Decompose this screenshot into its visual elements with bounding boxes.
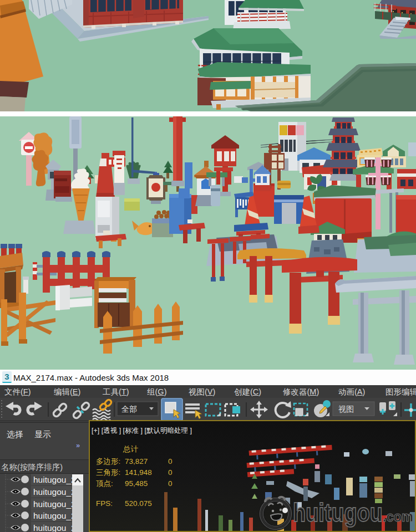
svg-text:[+] [透视 ] [标准 ] [默认明暗处理 ]: [+] [透视 ] [标准 ] [默认明暗处理 ] <box>92 427 192 434</box>
svg-text:总计: 总计 <box>123 445 139 453</box>
svg-text:huitugou: huitugou <box>293 498 383 527</box>
svg-text:141,948: 141,948 <box>125 468 152 477</box>
svg-text:选择: 选择 <box>7 429 23 439</box>
svg-text:显示: 显示 <box>34 429 51 439</box>
svg-text:全部: 全部 <box>121 405 137 413</box>
svg-text:0: 0 <box>168 468 173 477</box>
svg-text:73,827: 73,827 <box>125 457 148 466</box>
svg-text:»: » <box>76 441 80 449</box>
svg-text:FPS:: FPS: <box>96 499 113 508</box>
svg-text:视图: 视图 <box>338 405 354 413</box>
svg-text:520.075: 520.075 <box>125 499 152 508</box>
svg-text:多边形:: 多边形: <box>96 457 120 466</box>
svg-text:顶点:: 顶点: <box>96 479 113 488</box>
svg-text:名称(按降序排序): 名称(按降序排序) <box>1 463 63 472</box>
svg-text:三角形:: 三角形: <box>96 468 120 477</box>
svg-text:huitugou_2: huitugou_2 <box>33 475 76 484</box>
svg-text:95,485: 95,485 <box>125 479 148 488</box>
svg-text:0: 0 <box>168 457 173 466</box>
svg-text:.com: .com <box>383 509 413 524</box>
svg-text:0: 0 <box>168 479 173 488</box>
